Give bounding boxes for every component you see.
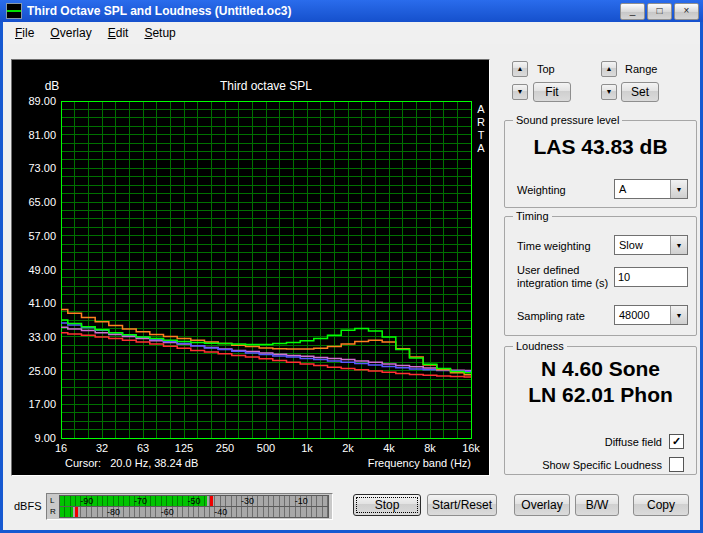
meter-peak-indicator (75, 507, 78, 517)
top-up-button[interactable]: ▲ (512, 61, 528, 77)
svg-text:1k: 1k (301, 442, 313, 454)
svg-text:R: R (477, 116, 485, 128)
start-reset-button[interactable]: Start/Reset (427, 494, 497, 516)
loudness-group: Loudness N 4.60 Sone LN 62.01 Phon Diffu… (504, 346, 697, 475)
bw-button[interactable]: B/W (575, 494, 619, 516)
chevron-down-icon[interactable]: ▼ (670, 180, 687, 198)
menu-overlay[interactable]: Overlay (42, 23, 99, 43)
top-down-button[interactable]: ▼ (512, 84, 528, 100)
weighting-select[interactable]: A ▼ (614, 179, 688, 199)
range-up-button[interactable]: ▲ (601, 61, 617, 77)
svg-text:250: 250 (216, 442, 234, 454)
svg-text:89.00: 89.00 (28, 95, 56, 107)
chart-panel[interactable]: 89.0081.0073.0065.0057.0049.0041.0033.00… (11, 59, 490, 476)
svg-text:A: A (477, 103, 485, 115)
sone-value: N 4.60 Sone (505, 357, 696, 381)
svg-text:8k: 8k (424, 442, 436, 454)
meter-row-right: R -80-60-40 (50, 507, 329, 517)
diffuse-field-label: Diffuse field (605, 436, 662, 448)
svg-text:63: 63 (137, 442, 149, 454)
timing-group: Timing Time weighting Slow ▼ User define… (504, 216, 697, 336)
phon-value: LN 62.01 Phon (505, 383, 696, 407)
svg-text:dB: dB (45, 79, 60, 93)
range-down-button[interactable]: ▼ (601, 84, 617, 100)
fit-button[interactable]: Fit (533, 82, 571, 102)
integration-time-input[interactable] (614, 267, 688, 287)
timing-group-title: Timing (513, 210, 552, 222)
svg-text:16k: 16k (462, 442, 480, 454)
weighting-value: A (615, 183, 670, 195)
meter-ticks (60, 507, 328, 517)
svg-text:65.00: 65.00 (28, 196, 56, 208)
stop-button[interactable]: Stop (353, 494, 421, 516)
menu-edit[interactable]: Edit (100, 23, 137, 43)
svg-text:57.00: 57.00 (28, 230, 56, 242)
svg-text:9.00: 9.00 (35, 432, 56, 444)
menubar: File Overlay Edit Setup (3, 22, 700, 44)
svg-text:Cursor: 20.0 Hz, 38.24 dB: Cursor: 20.0 Hz, 38.24 dB (65, 457, 198, 469)
specific-loudness-label: Show Specific Loudness (542, 459, 662, 471)
svg-text:4k: 4k (383, 442, 395, 454)
spl-value: LAS 43.83 dB (505, 135, 696, 159)
sampling-rate-value: 48000 (615, 309, 670, 321)
svg-text:16: 16 (55, 442, 67, 454)
specific-loudness-checkbox[interactable] (669, 457, 684, 472)
meter-row-left: L -90-70-50-30-10 (50, 496, 329, 506)
time-weighting-label: Time weighting (517, 240, 591, 252)
svg-text:T: T (478, 129, 485, 141)
close-button[interactable]: × (674, 3, 699, 20)
sampling-rate-select[interactable]: 48000 ▼ (614, 305, 688, 325)
set-button[interactable]: Set (621, 82, 659, 102)
third-octave-chart[interactable]: 89.0081.0073.0065.0057.0049.0041.0033.00… (12, 60, 489, 475)
svg-text:Frequency band (Hz): Frequency band (Hz) (368, 457, 471, 469)
dbfs-label: dBFS (14, 500, 42, 512)
app-window: Third Octave SPL and Loudness (Untitled.… (0, 0, 703, 533)
meter-bar-right: -80-60-40 (59, 506, 329, 518)
svg-text:125: 125 (175, 442, 193, 454)
minimize-button[interactable]: _ (620, 3, 645, 20)
window-title: Third Octave SPL and Loudness (Untitled.… (27, 4, 620, 18)
window-controls: _ □ × (620, 3, 699, 20)
chevron-down-icon[interactable]: ▼ (670, 306, 687, 324)
maximize-button[interactable]: □ (647, 3, 672, 20)
titlebar[interactable]: Third Octave SPL and Loudness (Untitled.… (0, 0, 703, 22)
channel-left-label: L (50, 496, 59, 506)
svg-text:41.00: 41.00 (28, 297, 56, 309)
menu-setup[interactable]: Setup (136, 23, 183, 43)
level-meter: L -90-70-50-30-10 R -80-60-40 (46, 493, 333, 520)
svg-text:Third octave SPL: Third octave SPL (220, 79, 312, 93)
time-weighting-select[interactable]: Slow ▼ (614, 235, 688, 255)
top-label: Top (537, 63, 555, 75)
spl-group-title: Sound pressure level (513, 114, 622, 126)
app-icon (6, 3, 22, 19)
diffuse-field-checkbox[interactable]: ✓ (669, 434, 684, 449)
svg-text:500: 500 (257, 442, 275, 454)
menu-file[interactable]: File (7, 23, 42, 43)
channel-right-label: R (50, 507, 59, 517)
spl-group: Sound pressure level LAS 43.83 dB Weight… (504, 120, 697, 208)
time-weighting-value: Slow (615, 239, 670, 251)
svg-text:33.00: 33.00 (28, 331, 56, 343)
overlay-button[interactable]: Overlay (514, 494, 570, 516)
sampling-rate-label: Sampling rate (517, 310, 585, 322)
integration-label-line1: User defined (517, 264, 579, 276)
copy-button[interactable]: Copy (633, 494, 689, 516)
svg-text:81.00: 81.00 (28, 129, 56, 141)
chevron-down-icon[interactable]: ▼ (670, 236, 687, 254)
svg-text:A: A (477, 142, 485, 154)
weighting-label: Weighting (517, 184, 566, 196)
svg-text:73.00: 73.00 (28, 162, 56, 174)
svg-text:49.00: 49.00 (28, 264, 56, 276)
range-label: Range (625, 63, 657, 75)
svg-text:17.00: 17.00 (28, 398, 56, 410)
meter-peak-indicator (210, 496, 213, 506)
svg-text:2k: 2k (342, 442, 354, 454)
svg-text:32: 32 (96, 442, 108, 454)
integration-label-line2: integration time (s) (517, 277, 608, 289)
svg-text:25.00: 25.00 (28, 365, 56, 377)
loudness-group-title: Loudness (513, 340, 567, 352)
